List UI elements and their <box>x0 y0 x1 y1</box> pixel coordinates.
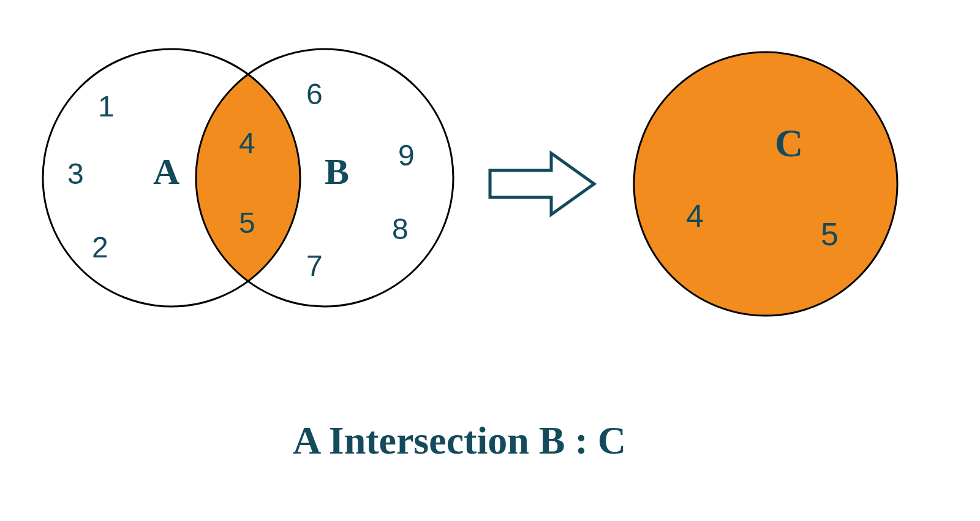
set-b-value: 8 <box>392 213 409 245</box>
arrow-icon <box>490 153 594 215</box>
intersection-value: 4 <box>239 127 255 159</box>
set-b-value: 9 <box>398 139 415 172</box>
set-b-label: B <box>325 151 349 192</box>
set-a-label: A <box>153 151 179 192</box>
set-c-label: C <box>775 121 803 165</box>
set-b-value: 6 <box>306 78 323 110</box>
set-a-value: 2 <box>92 231 108 264</box>
set-a-value: 3 <box>67 158 84 190</box>
venn-diagram: 1 3 2 A 4 5 B 6 9 8 7 C 4 5 A Intersecti… <box>0 0 980 521</box>
intersection-value: 5 <box>239 207 255 239</box>
set-c-value: 4 <box>686 198 704 234</box>
set-c-circle <box>634 52 897 316</box>
set-a-value: 1 <box>98 90 115 123</box>
set-c-value: 5 <box>821 216 839 252</box>
diagram-caption: A Intersection B : C <box>293 419 626 462</box>
set-b-value: 7 <box>306 249 323 282</box>
